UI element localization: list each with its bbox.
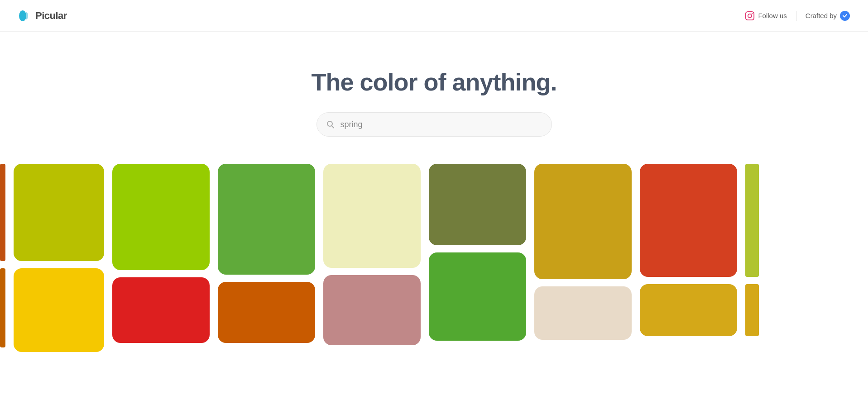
color-swatch-7-1[interactable] bbox=[640, 284, 737, 336]
logo[interactable]: Picular bbox=[18, 10, 67, 22]
search-input[interactable] bbox=[340, 120, 542, 129]
instagram-icon bbox=[745, 11, 755, 21]
svg-line-6 bbox=[331, 126, 334, 128]
crafted-by-link[interactable]: Crafted by bbox=[806, 11, 850, 21]
color-swatch-5-1[interactable] bbox=[429, 252, 526, 341]
svg-point-4 bbox=[752, 13, 753, 14]
logo-icon bbox=[18, 10, 31, 22]
header-right: Follow us Crafted by bbox=[745, 11, 850, 21]
color-column-7 bbox=[640, 164, 737, 336]
color-swatch-6-0[interactable] bbox=[534, 164, 632, 279]
color-swatch-6-1[interactable] bbox=[534, 286, 632, 340]
hero-title: The color of anything. bbox=[312, 68, 557, 96]
crafted-by-label: Crafted by bbox=[806, 12, 837, 19]
color-swatch-1-0[interactable] bbox=[14, 164, 104, 261]
color-column-2 bbox=[112, 164, 210, 343]
color-swatch-8-1[interactable] bbox=[745, 284, 759, 336]
header: Picular Follow us Crafted by bbox=[0, 0, 868, 32]
header-divider bbox=[796, 11, 796, 21]
color-swatch-2-0[interactable] bbox=[112, 164, 210, 270]
color-swatch-3-1[interactable] bbox=[218, 282, 315, 343]
logo-text: Picular bbox=[35, 10, 67, 22]
color-column-5 bbox=[429, 164, 526, 341]
color-column-6 bbox=[534, 164, 632, 340]
color-swatch-0-1[interactable] bbox=[0, 268, 5, 347]
color-swatch-2-1[interactable] bbox=[112, 277, 210, 343]
color-column-4 bbox=[323, 164, 421, 345]
color-column-3 bbox=[218, 164, 315, 343]
color-swatch-1-1[interactable] bbox=[14, 268, 104, 352]
crafted-by-icon bbox=[840, 11, 850, 21]
hero-section: The color of anything. bbox=[0, 32, 868, 155]
search-bar bbox=[317, 112, 552, 137]
color-column-1 bbox=[14, 164, 104, 352]
color-column-0 bbox=[0, 164, 5, 347]
color-swatch-4-0[interactable] bbox=[323, 164, 421, 268]
color-swatch-8-0[interactable] bbox=[745, 164, 759, 277]
color-swatch-3-0[interactable] bbox=[218, 164, 315, 275]
follow-us-label: Follow us bbox=[758, 12, 786, 19]
color-swatch-0-0[interactable] bbox=[0, 164, 5, 261]
svg-point-3 bbox=[748, 14, 752, 17]
svg-rect-2 bbox=[746, 11, 754, 19]
search-icon bbox=[326, 120, 335, 129]
follow-us-link[interactable]: Follow us bbox=[745, 11, 786, 21]
svg-point-1 bbox=[24, 12, 28, 19]
color-swatch-7-0[interactable] bbox=[640, 164, 737, 277]
color-column-8 bbox=[745, 164, 759, 336]
color-grid bbox=[0, 164, 868, 352]
color-swatch-4-1[interactable] bbox=[323, 275, 421, 345]
color-swatch-5-0[interactable] bbox=[429, 164, 526, 245]
